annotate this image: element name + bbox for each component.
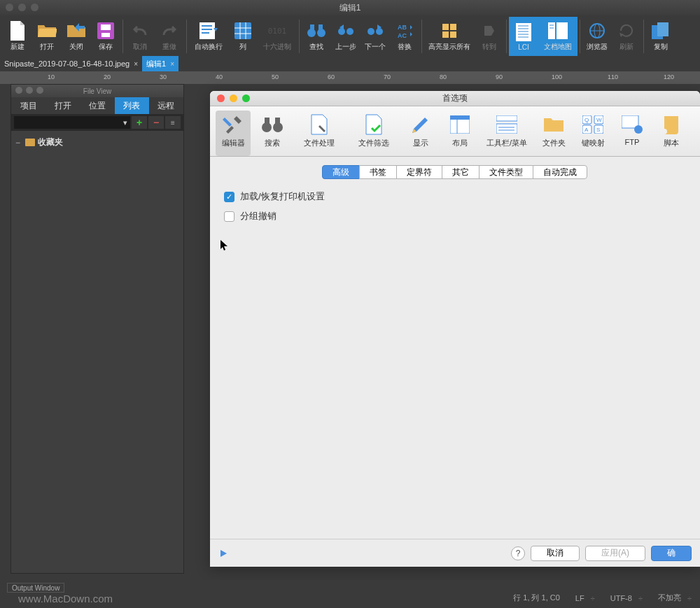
- column-button[interactable]: 列: [228, 17, 258, 56]
- check-groupundo[interactable]: 分组撤销: [224, 210, 686, 222]
- tab-close-icon[interactable]: ×: [170, 60, 174, 68]
- checkbox-off-icon[interactable]: [224, 211, 234, 222]
- lci-button[interactable]: LCI: [509, 17, 538, 56]
- pref-toolbarmenu-button[interactable]: 工具栏/菜单: [482, 111, 532, 156]
- sidetab-list[interactable]: 列表: [115, 97, 149, 114]
- svg-point-16: [338, 28, 345, 35]
- pref-filehandle-button[interactable]: 文件处理: [294, 111, 344, 156]
- max-light[interactable]: [31, 3, 38, 11]
- pref-max-icon[interactable]: [242, 94, 250, 102]
- ok-button[interactable]: 确: [651, 546, 692, 561]
- play-icon[interactable]: [218, 549, 228, 558]
- tab-file2[interactable]: 编辑1×: [142, 56, 178, 71]
- tab-file1[interactable]: Snipaste_2019-07-08_16-48-10.jpeg×: [0, 56, 142, 71]
- status-lineending[interactable]: LF: [571, 593, 599, 603]
- prev-button[interactable]: 上一步: [331, 17, 360, 56]
- sidetab-project[interactable]: 项目: [11, 97, 46, 114]
- pref-display-button[interactable]: 显示: [403, 111, 438, 156]
- help-button[interactable]: ?: [511, 546, 525, 560]
- subtab-filetype[interactable]: 文件类型: [479, 165, 533, 179]
- subtab-delimiter[interactable]: 定界符: [396, 165, 442, 179]
- svg-rect-3: [200, 22, 215, 39]
- open-button[interactable]: 打开: [32, 17, 62, 56]
- menu-button[interactable]: ≡: [165, 116, 181, 129]
- window-title: 编辑1: [340, 2, 361, 14]
- svg-text:A: A: [584, 127, 589, 133]
- subtab-other[interactable]: 其它: [442, 165, 479, 179]
- checkbox-on-icon[interactable]: ✓: [224, 192, 234, 202]
- svg-rect-33: [556, 22, 568, 39]
- highlight-button[interactable]: 高亮显示所有: [424, 17, 475, 56]
- undo-button[interactable]: 取消: [125, 17, 155, 56]
- autowrap-button[interactable]: 自动换行: [189, 17, 228, 56]
- undo-icon: [130, 21, 150, 41]
- side-dropdown[interactable]: ▾: [14, 116, 130, 129]
- find-button[interactable]: 查找: [302, 17, 331, 56]
- status-encoding[interactable]: UTF-8: [606, 593, 647, 603]
- replace-button[interactable]: ABAC替换: [390, 17, 419, 56]
- copy-button[interactable]: 复制: [646, 17, 676, 56]
- goto-button[interactable]: 转到: [475, 17, 504, 56]
- main-toolbar: 新建 打开 关闭 保存 取消 重做 自动换行 列 0101十六进制 查找 上一步…: [0, 15, 700, 56]
- docmap-button[interactable]: 文档地图: [538, 17, 578, 56]
- pref-subtabs: 高级 书签 定界符 其它 文件类型 自动完成: [210, 165, 700, 179]
- pref-editor-button[interactable]: 编辑器: [216, 111, 251, 156]
- save-button[interactable]: 保存: [91, 17, 120, 56]
- pref-layout-button[interactable]: 布局: [442, 111, 477, 156]
- status-position: 行 1, 列 1, C0: [509, 593, 564, 603]
- sidetab-location[interactable]: 位置: [80, 97, 114, 114]
- min-light[interactable]: [18, 3, 26, 11]
- pref-script-button[interactable]: 脚本: [654, 111, 689, 156]
- traffic-lights[interactable]: [6, 3, 38, 11]
- remove-button[interactable]: −: [148, 116, 164, 129]
- refresh-icon: [617, 21, 636, 41]
- subtab-bookmark[interactable]: 书签: [359, 165, 397, 179]
- svg-rect-23: [450, 24, 456, 30]
- pref-close-icon[interactable]: [217, 94, 225, 102]
- svg-rect-25: [450, 31, 456, 38]
- svg-point-19: [376, 28, 383, 35]
- pencil-icon: [410, 113, 432, 136]
- file-check-icon: [363, 113, 385, 136]
- apply-button[interactable]: 应用(A): [585, 546, 645, 561]
- refresh-button[interactable]: 刷新: [612, 17, 641, 56]
- pref-folder-button[interactable]: 文件夹: [536, 111, 571, 156]
- pref-ftp-button[interactable]: FTP: [615, 111, 650, 156]
- status-bar: Output Window www.MacDown.com 行 1, 列 1, …: [0, 580, 700, 608]
- redo-button[interactable]: 重做: [155, 17, 184, 56]
- layout-icon: [449, 113, 471, 136]
- wrap-icon: [199, 21, 218, 41]
- svg-rect-49: [496, 124, 517, 134]
- browser-button[interactable]: 浏览器: [582, 17, 612, 56]
- ruler: 10 20 30 40 50 60 70 80 90 100 110 120: [0, 71, 700, 84]
- close-light[interactable]: [6, 3, 13, 11]
- hex-button[interactable]: 0101十六进制: [258, 17, 297, 56]
- pref-search-button[interactable]: 搜索: [255, 111, 290, 156]
- hex-icon: 0101: [267, 21, 287, 41]
- subtab-autocomplete[interactable]: 自动完成: [533, 165, 587, 179]
- svg-rect-24: [442, 31, 449, 38]
- keyboard-icon: QWAS: [582, 113, 604, 136]
- status-highlight[interactable]: 不加亮: [654, 593, 696, 603]
- redo-icon: [160, 21, 179, 41]
- svg-rect-7: [234, 22, 251, 39]
- pref-min-icon[interactable]: [230, 94, 237, 102]
- panel-titlebar: File View: [11, 85, 183, 97]
- globe-icon: [587, 21, 607, 41]
- pref-keymap-button[interactable]: QWAS键映射: [575, 111, 610, 156]
- tab-close-icon[interactable]: ×: [134, 60, 138, 68]
- subtab-advanced[interactable]: 高级: [322, 165, 360, 179]
- svg-text:Q: Q: [584, 117, 589, 123]
- sidetab-open[interactable]: 打开: [46, 97, 80, 114]
- output-window-tab[interactable]: Output Window: [7, 583, 64, 593]
- pref-filefilter-button[interactable]: 文件筛选: [349, 111, 399, 156]
- close-button[interactable]: 关闭: [62, 17, 91, 56]
- new-button[interactable]: 新建: [3, 17, 32, 56]
- sidetab-remote[interactable]: 远程: [149, 97, 183, 114]
- cancel-button[interactable]: 取消: [531, 546, 580, 561]
- collapse-icon[interactable]: −: [15, 138, 22, 148]
- tree-favorites[interactable]: − 收藏夹: [15, 135, 179, 150]
- next-button[interactable]: 下一个: [360, 17, 390, 56]
- check-printer[interactable]: ✓ 加载/恢复打印机设置: [224, 190, 686, 203]
- add-button[interactable]: +: [132, 116, 147, 129]
